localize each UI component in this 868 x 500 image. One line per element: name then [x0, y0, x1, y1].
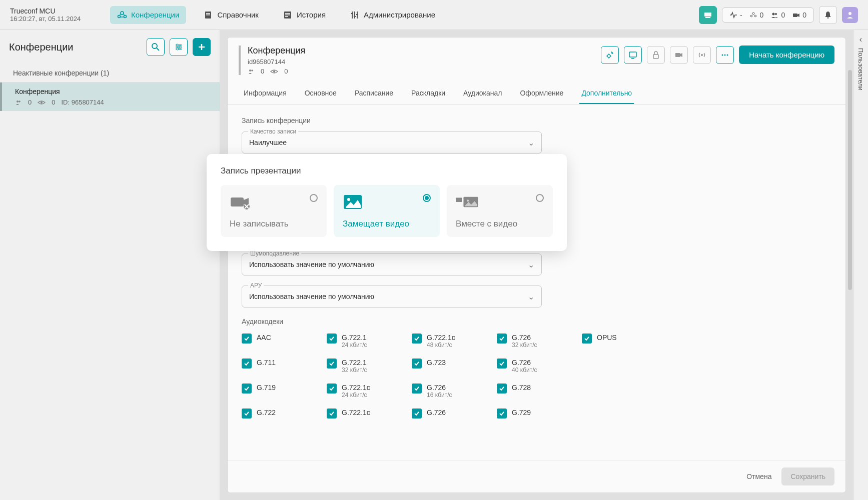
- codec-item[interactable]: G.72640 кбит/с: [497, 358, 567, 374]
- checkbox-icon: [497, 358, 507, 368]
- tab-schedule[interactable]: Расписание: [353, 83, 395, 104]
- codec-item[interactable]: G.722: [242, 408, 312, 418]
- noise-reduction-select[interactable]: Шумоподавление Использовать значение по …: [242, 254, 542, 276]
- svg-rect-13: [351, 13, 353, 14]
- more-button[interactable]: [716, 46, 734, 64]
- codec-item[interactable]: G.722.1c: [327, 408, 397, 418]
- svg-point-0: [121, 12, 124, 14]
- stats-group[interactable]: - 0 0 0: [722, 8, 814, 22]
- main: Конференции Неактивные конференции (1) К…: [0, 30, 868, 500]
- checkbox-icon: [242, 334, 252, 344]
- nav-directory-label: Справочник: [217, 10, 259, 19]
- recording-quality-select[interactable]: Качество записи Наилучшее ⌄: [242, 132, 542, 154]
- svg-rect-15: [356, 14, 358, 15]
- tab-extra[interactable]: Дополнительно: [579, 83, 634, 104]
- codec-item[interactable]: G.726: [412, 408, 482, 418]
- svg-point-31: [179, 46, 181, 48]
- tab-layouts[interactable]: Раскладки: [409, 83, 447, 104]
- search-button[interactable]: [147, 38, 165, 56]
- codec-item[interactable]: G.728: [497, 384, 567, 398]
- image-icon: [343, 194, 367, 210]
- start-conference-button[interactable]: Начать конференцию: [739, 46, 834, 64]
- codec-item[interactable]: G.729: [497, 408, 567, 418]
- chevron-down-icon: ⌄: [528, 292, 534, 302]
- svg-point-20: [754, 15, 756, 17]
- svg-point-54: [347, 198, 350, 201]
- codec-item[interactable]: G.722.124 кбит/с: [327, 334, 397, 348]
- svg-point-40: [273, 70, 275, 72]
- right-rail[interactable]: ‹ Пользователи: [853, 30, 868, 500]
- codec-item[interactable]: G.719: [242, 384, 312, 398]
- nav-admin[interactable]: Администрирование: [343, 6, 442, 24]
- field-label: АРУ: [248, 282, 264, 289]
- codec-bitrate: 24 кбит/с: [342, 342, 367, 348]
- svg-point-2: [124, 15, 127, 18]
- codec-item[interactable]: G.723: [412, 358, 482, 374]
- codec-item[interactable]: G.722.1c48 кбит/с: [412, 334, 482, 348]
- bell-button[interactable]: [819, 6, 837, 24]
- option-no-record[interactable]: Не записывать: [221, 185, 327, 237]
- option-label: Замещает видео: [343, 219, 431, 229]
- nav-conferences[interactable]: Конференции: [110, 6, 186, 24]
- nav-history[interactable]: История: [276, 6, 333, 24]
- nav-directory[interactable]: Справочник: [196, 6, 266, 24]
- cancel-button[interactable]: Отмена: [746, 472, 771, 480]
- svg-rect-9: [285, 16, 288, 17]
- field-label: Качество записи: [248, 128, 298, 135]
- svg-rect-23: [793, 14, 797, 17]
- svg-rect-8: [285, 14, 290, 16]
- tab-info[interactable]: Информация: [242, 83, 289, 104]
- server-status-button[interactable]: [699, 6, 717, 24]
- codec-item[interactable]: G.722.1c24 кбит/с: [327, 384, 397, 398]
- codec-bitrate: 40 кбит/с: [512, 366, 537, 374]
- codec-item[interactable]: G.72616 кбит/с: [412, 384, 482, 398]
- checkbox-icon: [242, 408, 252, 418]
- book-icon: [203, 10, 213, 20]
- option-with-video[interactable]: Вместе с видео: [447, 185, 553, 237]
- recording-section-label: Запись конференции: [242, 116, 831, 124]
- filter-button[interactable]: [170, 38, 188, 56]
- sidebar-conference-item[interactable]: Конференция 0 0 ID: 965807144: [0, 82, 220, 111]
- add-button[interactable]: [193, 38, 211, 56]
- svg-point-39: [251, 70, 253, 72]
- camera-button[interactable]: [670, 46, 688, 64]
- codec-name: G.726: [512, 334, 537, 342]
- viewers-icon: [270, 68, 278, 74]
- sidebar: Конференции Неактивные конференции (1) К…: [0, 30, 220, 500]
- svg-line-26: [157, 48, 159, 50]
- svg-rect-55: [456, 198, 462, 202]
- presentation-recording-modal: Запись презентации Не записывать Замещае…: [207, 154, 567, 251]
- tab-main[interactable]: Основное: [303, 83, 339, 104]
- codec-item[interactable]: OPUS: [582, 334, 652, 348]
- app-name: Trueconf MCU: [10, 7, 100, 15]
- svg-point-48: [727, 54, 728, 56]
- svg-rect-16: [704, 12, 711, 16]
- checkbox-icon: [412, 358, 422, 368]
- sidebar-group-inactive[interactable]: Неактивные конференции (1): [0, 64, 220, 82]
- codec-item[interactable]: G.72632 кбит/с: [497, 334, 567, 348]
- lock-button[interactable]: [647, 46, 665, 64]
- svg-rect-14: [354, 16, 356, 17]
- codec-name: G.726: [512, 358, 537, 366]
- right-rail-label: Пользователи: [857, 48, 864, 90]
- codec-item[interactable]: AAC: [242, 334, 312, 348]
- sidebar-item-meta: 0 0 ID: 965807144: [15, 98, 207, 106]
- user-avatar[interactable]: [842, 7, 858, 23]
- viewers-icon: [38, 100, 46, 106]
- topbar-right: - 0 0 0: [699, 6, 858, 24]
- checkbox-icon: [242, 358, 252, 368]
- option-replace-video[interactable]: Замещает видео: [334, 185, 440, 237]
- save-button[interactable]: Сохранить: [781, 468, 834, 486]
- codec-name: G.722.1: [342, 334, 367, 342]
- option-label: Не записывать: [230, 219, 318, 229]
- checkbox-icon: [327, 358, 337, 368]
- aru-select[interactable]: АРУ Использовать значение по умолчанию ⌄: [242, 286, 542, 308]
- broadcast-button[interactable]: [693, 46, 711, 64]
- codec-item[interactable]: G.711: [242, 358, 312, 374]
- codec-item[interactable]: G.722.132 кбит/с: [327, 358, 397, 374]
- satellite-button[interactable]: [601, 46, 619, 64]
- codec-bitrate: 32 кбит/с: [512, 342, 537, 348]
- tab-design[interactable]: Оформление: [518, 83, 565, 104]
- display-button[interactable]: [624, 46, 642, 64]
- tab-audio[interactable]: Аудиоканал: [461, 83, 504, 104]
